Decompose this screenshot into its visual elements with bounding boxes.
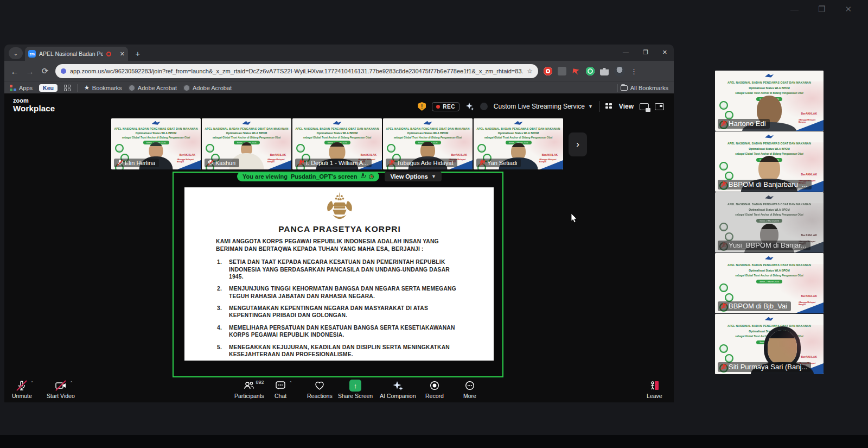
vbg-hashtag-label: #Bangga Melayani Bangsa (799, 119, 817, 124)
muted-mic-icon (720, 302, 726, 310)
participant-name-label: Tubagus Ade Hidayat (386, 159, 457, 167)
view-menu[interactable]: View (619, 103, 634, 110)
divider (599, 101, 599, 112)
video-tile[interactable]: APEL NASIONAL BADAN PENGAWAS OBAT DAN MA… (383, 118, 473, 169)
bookmark-item-acrobat-2[interactable]: Adobe Acrobat (183, 85, 232, 91)
start-video-button[interactable]: ⌃ Start Video (47, 380, 75, 399)
document-list-item: SETIA DAN TAAT KEPADA NEGARA KESATUAN DA… (216, 258, 463, 280)
share-screen-button[interactable]: ↑ Share Screen (338, 380, 373, 399)
more-button[interactable]: More (463, 380, 476, 399)
document-list: SETIA DAN TAAT KEPADA NEGARA KESATUAN DA… (216, 258, 463, 358)
video-tile[interactable]: APEL NASIONAL BADAN PENGAWAS OBAT DAN MA… (715, 192, 824, 253)
muted-mic-icon (207, 159, 213, 166)
video-tile[interactable]: APEL NASIONAL BADAN PENGAWAS OBAT DAN MA… (111, 118, 201, 169)
bookmark-item-acrobat-1[interactable]: Adobe Acrobat (129, 85, 177, 91)
forward-icon[interactable]: → (25, 67, 35, 76)
reactions-button[interactable]: Reactions (307, 380, 333, 399)
share-screen-icon: ↑ (349, 380, 361, 392)
outer-restore-icon[interactable]: ❐ (818, 4, 825, 14)
reload-icon[interactable]: ⟳ (40, 66, 50, 76)
address-bar[interactable]: app.zoom.us/wc/96230592283/join?ref_from… (55, 64, 538, 78)
vbg-berakhlak-label: BerAKHLAK (801, 355, 817, 358)
bookmarks-bar: Apps Keu ★ Bookmarks Adobe Acrobat Adobe… (4, 81, 674, 93)
grey-extension-icon[interactable] (558, 67, 566, 75)
participants-count: 892 (256, 380, 264, 385)
tab-strip: ⌄ zm APEL Nasional Badan Penga ✕ + — ❐ ✕ (4, 45, 674, 61)
fox-extension-icon[interactable] (572, 67, 580, 75)
site-info-icon[interactable] (61, 68, 66, 74)
video-tile[interactable]: APEL NASIONAL BADAN PENGAWAS OBAT DAN MA… (292, 118, 382, 169)
chevron-up-icon[interactable]: ⌃ (69, 381, 73, 386)
unmute-button[interactable]: ⌃ Unmute (12, 380, 32, 399)
vbg-hashtag-label: #Bangga Melayani Bangsa (177, 159, 195, 163)
back-icon[interactable]: ← (10, 67, 20, 76)
chat-button[interactable]: ⌃ Chat (275, 380, 286, 399)
keu-chip[interactable]: Keu (39, 84, 58, 92)
record-dot-icon (436, 105, 440, 109)
video-tile[interactable]: APEL NASIONAL BADAN PENGAWAS OBAT DAN MA… (715, 131, 824, 192)
adblock-extension-icon[interactable] (544, 67, 552, 75)
apps-label: Apps (19, 85, 33, 91)
chrome-minimize-icon[interactable]: — (623, 49, 629, 55)
desktop: — ❐ ✕ ⌄ zm APEL Nasional Badan Penga ✕ +… (0, 0, 868, 448)
video-tile[interactable]: APEL NASIONAL BADAN PENGAWAS OBAT DAN MA… (715, 314, 824, 374)
browser-menu-icon[interactable]: ⋮ (630, 67, 637, 75)
participants-button[interactable]: 892 Participants (234, 380, 264, 399)
record-button[interactable]: Record (425, 380, 444, 399)
zoom-meeting-app: zoom Workplace ! REC Custom Live Streami… (4, 93, 674, 402)
ai-companion-sparkle-icon[interactable] (465, 102, 474, 111)
vbg-berakhlak-label: BerAKHLAK (801, 234, 817, 237)
meeting-topbar-controls: ! REC Custom Live Streaming Service ▼ Vi… (418, 101, 664, 112)
chrome-close-icon[interactable]: ✕ (662, 49, 667, 56)
outer-window-controls: — ❐ ✕ (790, 4, 852, 14)
filmstrip-next-button[interactable]: › (569, 132, 587, 156)
captions-icon[interactable] (480, 103, 488, 110)
tab-active[interactable]: zm APEL Nasional Badan Penga ✕ (25, 47, 128, 61)
tab-title: APEL Nasional Badan Penga (39, 51, 103, 57)
globe-icon (129, 85, 135, 91)
tab-close-icon[interactable]: ✕ (120, 51, 125, 58)
video-tile[interactable]: APEL NASIONAL BADAN PENGAWAS OBAT DAN MA… (474, 118, 563, 169)
all-bookmarks-label: All Bookmarks (630, 85, 668, 91)
green-extension-icon[interactable] (586, 67, 595, 75)
star-icon: ★ (84, 84, 90, 91)
viewing-banner-row: You are viewing Pusdatin_OPT's screen Vi… (237, 172, 442, 181)
recording-indicator[interactable]: REC (432, 102, 459, 111)
pop-out-panel-icon[interactable] (640, 103, 649, 110)
document-list-item: MEMELIHARA PERSATUAN DAN KESATUAN BANGSA… (216, 324, 463, 339)
muted-mic-icon (117, 159, 123, 166)
tab-search-button[interactable]: ⌄ (9, 47, 23, 59)
zoom-favicon: zm (28, 50, 36, 58)
profile-avatar[interactable] (614, 66, 625, 77)
squares-icon[interactable] (64, 85, 71, 91)
new-tab-button[interactable]: + (131, 47, 144, 60)
extensions-puzzle-icon[interactable] (600, 67, 609, 75)
document-intro: KAMI ANGGOTA KORPS PEGAWAI REPUBLIK INDO… (216, 238, 463, 253)
participant-name-label: Elin Herlina (114, 159, 159, 167)
vbg-subtitle-line: Optimalisasi Status WLA BPOM (715, 269, 824, 272)
apps-shortcut[interactable]: Apps (10, 85, 33, 91)
live-streaming-menu[interactable]: Custom Live Streaming Service ▼ (494, 103, 593, 110)
bookmark-star-icon[interactable]: ☆ (527, 67, 533, 75)
muted-mic-icon (720, 181, 726, 188)
vbg-date-pill: Senin, 2 Maret 2026 (756, 280, 782, 283)
ai-companion-button[interactable]: AI Companion (380, 380, 416, 399)
chevron-down-icon: ▼ (431, 174, 436, 179)
chevron-up-icon[interactable]: ⌃ (289, 381, 292, 386)
dual-monitor-icon[interactable] (655, 103, 664, 110)
participants-video-panel: APEL NASIONAL BADAN PENGAWAS OBAT DAN MA… (715, 71, 824, 375)
viewing-screen-name: Pusdatin_OPT's screen (291, 173, 357, 180)
chevron-up-icon[interactable]: ⌃ (30, 381, 34, 386)
chrome-restore-icon[interactable]: ❐ (643, 49, 648, 56)
meeting-toolbar: ⌃ Unmute ⌃ Start Video 892 (4, 377, 674, 402)
all-bookmarks-button[interactable]: All Bookmarks (617, 84, 668, 92)
leave-button[interactable]: Leave (647, 380, 662, 399)
view-options-button[interactable]: View Options ▼ (385, 172, 441, 181)
video-tile[interactable]: APEL NASIONAL BADAN PENGAWAS OBAT DAN MA… (202, 118, 291, 169)
video-tile[interactable]: APEL NASIONAL BADAN PENGAWAS OBAT DAN MA… (715, 71, 824, 131)
security-shield-icon[interactable]: ! (418, 102, 426, 111)
outer-close-icon[interactable]: ✕ (845, 4, 852, 14)
bookmark-item-bookmarks[interactable]: ★ Bookmarks (84, 84, 122, 91)
outer-minimize-icon[interactable]: — (790, 4, 799, 14)
video-tile[interactable]: APEL NASIONAL BADAN PENGAWAS OBAT DAN MA… (715, 253, 824, 313)
